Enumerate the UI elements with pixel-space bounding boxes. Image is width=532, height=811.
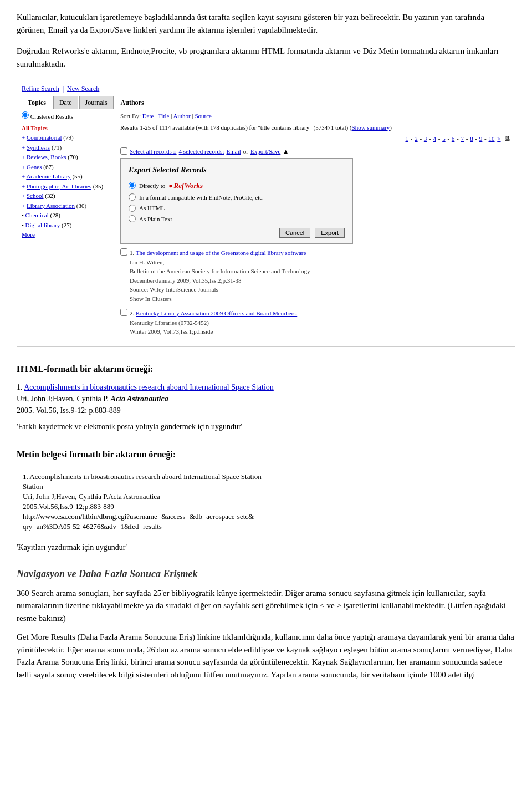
clustered-results: Clustered Results xyxy=(22,111,116,121)
sort-source[interactable]: Source xyxy=(195,113,212,119)
page-7[interactable]: 7 xyxy=(461,135,464,142)
page-9[interactable]: 9 xyxy=(479,135,483,142)
nav-para1: 360 Search arama sonuçları, her sayfada … xyxy=(17,587,515,625)
screenshot-area: Refine Search | New Search Topics Date J… xyxy=(17,79,515,347)
html-format-heading: HTML-formatlı bir aktarım örneği: xyxy=(17,363,515,376)
result-item-2: 2. Kentucky Library Association 2009 Off… xyxy=(120,309,510,336)
export-box: Export Selected Records Directly to ● Re… xyxy=(120,158,353,244)
right-panel: Sort By: Date | Title | Author | Source … xyxy=(120,111,510,336)
cancel-button[interactable]: Cancel xyxy=(279,228,310,238)
export-box-title: Export Selected Records xyxy=(129,164,345,176)
result-1-cluster: Show In Clusters xyxy=(130,294,310,304)
text-format-heading: Metin belgesi formatlı bir aktarım örneğ… xyxy=(17,448,515,461)
tabs-row: Topics Date Journals Authors xyxy=(22,96,510,109)
next-page[interactable]: > xyxy=(497,135,500,142)
email-link[interactable]: Email xyxy=(226,147,241,156)
html-example-vol: 2005. Vol.56, Iss.9-12; p.883-889 xyxy=(17,405,515,416)
export-option-endnote: In a format compatible with EndNote, Pro… xyxy=(129,193,345,202)
result-1-source: Source: Wiley InterScience Journals xyxy=(130,285,310,294)
page-6[interactable]: 6 xyxy=(452,135,455,142)
tab-authors[interactable]: Authors xyxy=(115,96,150,109)
clustered-radio[interactable] xyxy=(22,111,29,119)
result-1-journal: Bulletin of the American Society for Inf… xyxy=(130,267,310,276)
result-2-title: 2. Kentucky Library Association 2009 Off… xyxy=(130,309,297,318)
html-example-title: 1. Accomplishments in bioastronautics re… xyxy=(17,381,515,393)
export-button[interactable]: Export xyxy=(315,228,345,238)
result-item-1: 1. The development and usage of the Gree… xyxy=(120,248,510,303)
list-item: + Synthesis (71) xyxy=(22,143,116,152)
list-item: + Genes (67) xyxy=(22,162,116,172)
export-btn-row: Cancel Export xyxy=(129,228,345,238)
list-item: More xyxy=(22,230,116,239)
result-2-checkbox[interactable] xyxy=(120,309,127,316)
left-panel: Clustered Results All Topics + Combinato… xyxy=(22,111,116,240)
intro-para2: Doğrudan Refworks'e aktarım, Endnote,Pro… xyxy=(17,45,515,70)
nav-heading: Navigasyon ve Daha Fazla Sonuca Erişmek xyxy=(17,567,515,582)
refine-search-link[interactable]: Refine Search xyxy=(22,85,59,93)
html-example-link[interactable]: Accomplishments in bioastronautics resea… xyxy=(24,383,274,391)
selected-records-link[interactable]: 4 selected records: xyxy=(179,147,224,156)
export-save-link[interactable]: Export/Save xyxy=(250,147,280,156)
result-1-date: December/January 2009, Vol.35,Iss.2;p.31… xyxy=(130,276,310,285)
result-1-title: 1. The development and usage of the Gree… xyxy=(130,248,310,258)
page-3[interactable]: 3 xyxy=(424,135,427,142)
sort-date[interactable]: Date xyxy=(142,113,154,119)
result-1-link[interactable]: The development and usage of the Greenst… xyxy=(136,249,306,256)
show-in-clusters-link[interactable]: Show In Clusters xyxy=(130,295,172,302)
result-1-source-link[interactable]: Wiley InterScience Journals xyxy=(150,286,218,293)
page-5[interactable]: 5 xyxy=(442,135,446,142)
page-4[interactable]: 4 xyxy=(433,135,437,142)
nav-section: Navigasyon ve Daha Fazla Sonuca Erişmek … xyxy=(17,567,515,681)
export-radio-html[interactable] xyxy=(129,205,136,212)
sort-bar: Sort By: Date | Title | Author | Source xyxy=(120,111,510,121)
list-item: + Academic Library (55) xyxy=(22,172,116,181)
tab-date[interactable]: Date xyxy=(53,96,78,109)
sort-author[interactable]: Author xyxy=(173,113,191,119)
result-2-link[interactable]: Kentucky Library Association 2009 Office… xyxy=(136,310,297,317)
sort-title[interactable]: Title xyxy=(158,113,169,119)
export-option-html: As HTML xyxy=(129,203,345,213)
results-info: Results 1-25 of 1114 available (with 178… xyxy=(120,123,510,132)
text-format-caption: 'Kayıtları yazdırmak için uygundur' xyxy=(17,542,515,553)
html-example-authors: Uri, John J;Haven, Cynthia P. Acta Astro… xyxy=(17,393,515,405)
nav-para2: Get More Results (Daha Fazla Arama Sonuc… xyxy=(17,631,515,681)
result-1-checkbox[interactable] xyxy=(120,248,127,256)
show-summary-link[interactable]: Show summary xyxy=(352,124,390,131)
export-option-refworks: Directly to ● RefWorks xyxy=(129,180,345,191)
all-topics-label: All Topics xyxy=(22,124,116,133)
result-2-date: Winter 2009, Vol.73,Iss.1;p.Inside xyxy=(130,327,297,336)
page-2[interactable]: 2 xyxy=(415,135,418,142)
select-row: Select all records :: 4 selected records… xyxy=(120,147,510,156)
intro-para1: Kullanıcılar, kutucukları işaretlemeye b… xyxy=(17,11,515,36)
select-all-link[interactable]: Select all records :: xyxy=(130,147,177,156)
result-2-journal: Kentucky Libraries (0732-5452) xyxy=(130,318,297,328)
page-8[interactable]: 8 xyxy=(470,135,473,142)
refine-bar: Refine Search | New Search xyxy=(22,84,510,94)
new-search-link[interactable]: New Search xyxy=(67,85,99,93)
result-1-author: Ian H. Witten, xyxy=(130,258,310,267)
list-item: + Library Association (30) xyxy=(22,201,116,211)
page-1[interactable]: 1 xyxy=(405,135,408,142)
html-format-caption: 'Farklı kaydetmek ve elektronik posta yo… xyxy=(17,421,515,432)
html-example: 1. Accomplishments in bioastronautics re… xyxy=(17,381,515,416)
list-item: + Reviews, Books (70) xyxy=(22,152,116,162)
list-item: + Combinatorial (79) xyxy=(22,133,116,142)
pagination: 1 - 2 - 3 - 4 - 5 - 6 - 7 - 8 - 9 - 10 >… xyxy=(120,134,510,144)
page-10[interactable]: 10 xyxy=(489,135,495,142)
tab-journals[interactable]: Journals xyxy=(79,96,114,109)
topics-list: + Combinatorial (79) + Synthesis (71) + … xyxy=(22,133,116,239)
export-radio-refworks[interactable] xyxy=(129,182,136,189)
list-item: • Chemical (28) xyxy=(22,211,116,220)
text-format-box: 1. Accomplishments in bioastronautics re… xyxy=(17,467,515,537)
export-radio-plaintext[interactable] xyxy=(129,215,136,222)
list-item: • Digital library (27) xyxy=(22,221,116,230)
tab-topics[interactable]: Topics xyxy=(22,96,52,109)
export-radio-endnote[interactable] xyxy=(129,193,136,201)
select-all-checkbox[interactable] xyxy=(120,147,127,155)
export-option-plaintext: As Plain Text xyxy=(129,215,345,224)
list-item: + School (32) xyxy=(22,191,116,201)
list-item: + Photographic, Art libraries (35) xyxy=(22,182,116,191)
